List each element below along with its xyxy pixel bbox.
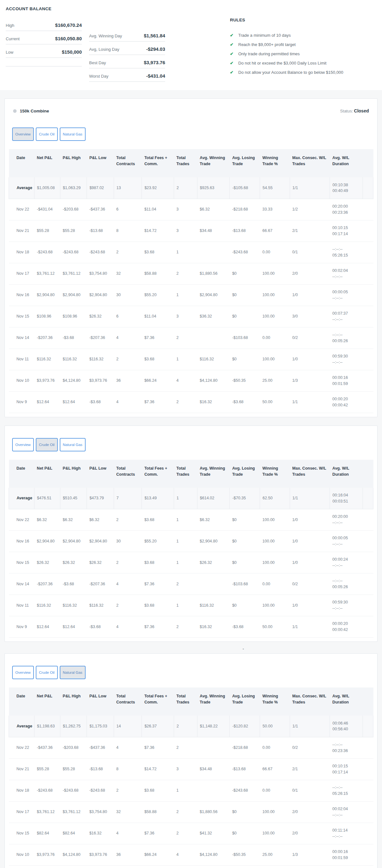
column-header-pnl-high: P&L High: [60, 149, 87, 177]
cell-total-contracts: 30: [114, 284, 142, 306]
cell-max-consec-wl: 0/2: [290, 574, 330, 595]
cell-total-contracts: 4: [114, 616, 142, 638]
cell-avg-winning-trade: $34.48: [197, 758, 230, 780]
cell-avg-winning-trade: $16.32: [197, 391, 230, 413]
cell-net-pnl: -$207.36: [34, 327, 60, 348]
cell-net-pnl: -$431.04: [34, 199, 60, 220]
cell-spacer: [362, 348, 373, 370]
cell-pnl-low: $116.32: [87, 348, 114, 370]
column-header-total-contracts: Total Contracts: [114, 149, 142, 177]
tab-overview[interactable]: Overview: [12, 666, 34, 679]
tab-overview[interactable]: Overview: [12, 438, 34, 452]
cell-date: Average: [9, 177, 34, 199]
average-row: Average$1,005.08$1,063.29$987.0213$23.92…: [9, 177, 373, 199]
cell-spacer: [362, 552, 373, 574]
cell-avg-wl-duration: 00:00:24--:--:--: [330, 552, 363, 574]
cell-date: Nov 22: [9, 737, 34, 758]
cell-total-trades: 1: [174, 348, 197, 370]
cell-avg-wl-duration: 00:20:0000:23:36: [330, 199, 363, 220]
cell-total-trades: 2: [174, 327, 197, 348]
table-row: Nov 10$3,973.76$4,124.80$3,973.7636$66.2…: [9, 844, 373, 865]
cell-net-pnl: $1,005.08: [34, 177, 60, 199]
cell-avg-losing-trade: -$50.35: [230, 844, 260, 865]
cell-total-trades: 2: [174, 823, 197, 844]
rule-item: ✔Do not hit or exceed the $3,000 Daily L…: [230, 59, 376, 68]
cell-total-contracts: 4: [114, 391, 142, 413]
cell-net-pnl: $116.32: [34, 595, 60, 616]
cell-avg-winning-trade: [197, 737, 230, 758]
column-header-spacer: [362, 687, 373, 716]
cell-total-contracts: 4: [114, 737, 142, 758]
cell-spacer: [362, 391, 373, 413]
table-row: Nov 22-$431.04-$203.68-$437.366$11.043$6…: [9, 199, 373, 220]
tab-natural-gas[interactable]: Natural Gas: [60, 666, 86, 679]
average-row: Average$1,198.63$1,262.75$1,175.0314$26.…: [9, 716, 373, 737]
cell-total-fees: $11.04: [142, 306, 174, 327]
cell-max-consec-wl: 1/1: [290, 616, 330, 638]
cell-max-consec-wl: 1/0: [290, 348, 330, 370]
cell-pnl-high: -$243.68: [60, 242, 87, 263]
table-row: Nov 16$2,904.80$2,904.80$2,904.8030$55.2…: [9, 531, 373, 552]
cell-max-consec-wl: 0/1: [290, 242, 330, 263]
cell-avg-winning-trade: $16.32: [197, 616, 230, 638]
cell-total-fees: $7.36: [142, 574, 174, 595]
cell-avg-winning-trade: $34.48: [197, 220, 230, 242]
tab-natural-gas[interactable]: Natural Gas: [60, 438, 86, 452]
column-header-total-fees: Total Fees + Comm.: [142, 687, 174, 716]
table-row: Nov 10$3,973.76$4,124.80$3,973.7636$66.2…: [9, 370, 373, 391]
cell-net-pnl: $116.32: [34, 348, 60, 370]
cell-avg-losing-trade: -$70.35: [230, 488, 260, 509]
cell-date: Average: [9, 716, 34, 737]
cell-spacer: [362, 531, 373, 552]
cell-net-pnl: $108.96: [34, 306, 60, 327]
cell-avg-wl-duration: 00:16:0400:03:51: [330, 488, 363, 509]
cell-total-contracts: 6: [114, 306, 142, 327]
stat-value: $3,973.76: [144, 60, 165, 65]
cell-total-fees: $3.68: [142, 509, 174, 531]
cell-total-trades: 1: [174, 284, 197, 306]
cell-total-contracts: 13: [114, 177, 142, 199]
cell-pnl-low: -$437.36: [87, 199, 114, 220]
cell-pnl-low: $473.79: [87, 488, 114, 509]
cell-avg-wl-duration: --:--:--00:23:36: [330, 737, 363, 758]
account-summary-section: ACCOUNT BALANCE High $160,670.24 Current…: [0, 0, 382, 90]
cell-pnl-low: $987.02: [87, 177, 114, 199]
cell-max-consec-wl: 1/3: [290, 370, 330, 391]
cell-avg-wl-duration: 00:59:30--:--:--: [330, 595, 363, 616]
cell-net-pnl: $55.28: [34, 220, 60, 242]
cell-winning-trade-pct: 25.00: [260, 844, 290, 865]
cell-total-fees: $13.49: [142, 488, 174, 509]
cell-spacer: [362, 844, 373, 865]
table-header-row: DateNet P&LP&L HighP&L LowTotal Contract…: [9, 687, 373, 716]
tab-crude-oil[interactable]: Crude Oil: [36, 127, 58, 141]
stat-value: $1,561.84: [144, 33, 165, 38]
cell-total-trades: 1: [174, 488, 197, 509]
cell-avg-losing-trade: -$243.68: [230, 242, 260, 263]
column-header-max-consec-wl: Max. Consec. W/L Trades: [290, 460, 330, 488]
cell-avg-losing-trade: $0: [230, 263, 260, 284]
cell-avg-losing-trade: -$120.82: [230, 716, 260, 737]
cell-date: Nov 9: [9, 616, 34, 638]
tab-overview[interactable]: Overview: [12, 127, 34, 141]
combine-panel-natural-gas: OverviewCrude OilNatural Gas DateNet P&L…: [4, 653, 378, 868]
cell-pnl-low: $3,754.80: [87, 801, 114, 823]
cell-avg-losing-trade: -$13.68: [230, 758, 260, 780]
cell-avg-losing-trade: $0: [230, 552, 260, 574]
tab-crude-oil[interactable]: Crude Oil: [36, 438, 58, 452]
stat-label: Best Day: [89, 60, 106, 65]
cell-avg-losing-trade: -$218.68: [230, 199, 260, 220]
cell-avg-losing-trade: -$3.68: [230, 616, 260, 638]
cell-max-consec-wl: 1/1: [290, 391, 330, 413]
cell-pnl-high: $116.32: [60, 595, 87, 616]
stat-value: -$431.04: [146, 73, 165, 79]
tab-crude-oil[interactable]: Crude Oil: [36, 666, 58, 679]
cell-avg-wl-duration: 00:20:00--:--:--: [330, 509, 363, 531]
cell-winning-trade-pct: 100.00: [260, 284, 290, 306]
cell-total-fees: $66.24: [142, 844, 174, 865]
cell-avg-wl-duration: 00:00:2000:00:42: [330, 616, 363, 638]
daily-stats-table: DateNet P&LP&L HighP&L LowTotal Contract…: [9, 149, 373, 413]
cell-date: Nov 17: [9, 801, 34, 823]
tab-natural-gas[interactable]: Natural Gas: [60, 127, 86, 141]
cell-spacer: [362, 737, 373, 758]
table-row: Nov 21$55.28$55.28-$13.688$14.723$34.48-…: [9, 220, 373, 242]
